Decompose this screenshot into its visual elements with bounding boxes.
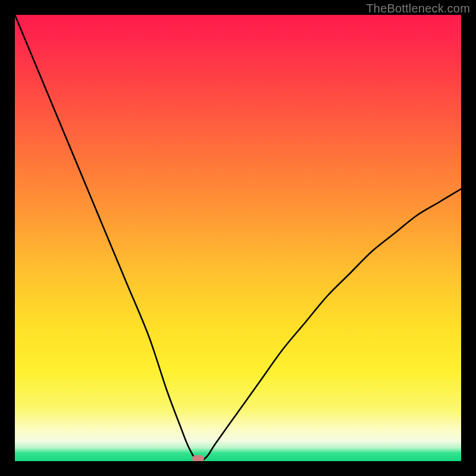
plot-area <box>15 15 461 461</box>
optimum-marker <box>192 455 204 461</box>
curve-path <box>15 15 461 461</box>
watermark-text: TheBottleneck.com <box>366 2 470 15</box>
chart-frame: TheBottleneck.com <box>0 0 476 476</box>
bottleneck-curve <box>15 15 461 461</box>
